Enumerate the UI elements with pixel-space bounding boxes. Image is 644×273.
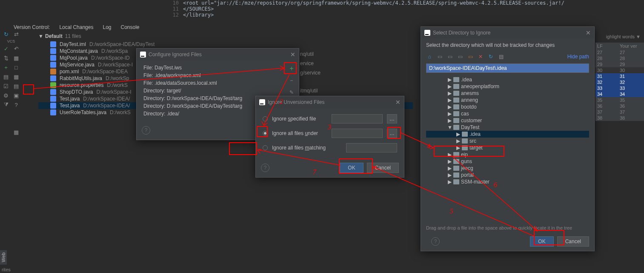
diff-line-row[interactable]: 3737 — [595, 109, 644, 115]
chevron-icon[interactable]: ▶ — [447, 172, 452, 178]
tab-local-changes[interactable]: Local Changes — [57, 23, 95, 31]
help-icon[interactable]: ? — [12, 101, 20, 109]
delete-icon[interactable]: ✕ — [477, 53, 484, 60]
tree-node[interactable]: ▶guns — [426, 158, 589, 165]
ignore-entry[interactable]: Directory: target/ — [142, 87, 294, 95]
chevron-icon[interactable]: ▶ — [447, 90, 452, 96]
diff-line-row[interactable]: 3131 — [595, 73, 644, 79]
tab-console[interactable]: Console — [119, 23, 141, 31]
chevron-icon[interactable]: ▶ — [447, 165, 452, 171]
add-entry-button[interactable]: + — [287, 64, 296, 73]
diff-line-row[interactable]: 3636 — [595, 103, 644, 109]
diff-line-row[interactable]: 3838 — [595, 115, 644, 121]
tree-node[interactable]: ▶eip — [426, 151, 589, 158]
tree-node[interactable]: ▶src — [426, 138, 589, 144]
diff-line-row[interactable]: 2929 — [595, 61, 644, 67]
add-icon[interactable]: + — [2, 63, 10, 72]
web-tool-tab[interactable]: Web — [0, 250, 7, 264]
diff-line-row[interactable]: 3535 — [595, 97, 644, 103]
chevron-icon[interactable]: ▼ — [447, 124, 452, 130]
ok-button[interactable]: OK — [530, 236, 553, 247]
directory-tree[interactable]: ▶.idea▶aneopenplatform▶anesms▶anneng▶boo… — [426, 76, 589, 222]
close-icon[interactable]: ✕ — [586, 29, 591, 36]
options-icon[interactable]: ☑ — [2, 82, 10, 90]
shelf-icon[interactable]: □ — [12, 63, 20, 72]
tree-node[interactable]: ▼DayTest — [426, 124, 589, 131]
browse-directory-button[interactable]: … — [387, 129, 397, 138]
tree-node[interactable]: ▶jeecg — [426, 165, 589, 172]
diff-line-row[interactable]: 3333 — [595, 85, 644, 91]
folder2-icon[interactable]: ▭ — [457, 53, 464, 60]
cancel-button[interactable]: Cancel — [367, 163, 399, 173]
commit-icon[interactable]: ✓ — [2, 44, 10, 53]
diff-line-row[interactable]: 3030 — [595, 67, 644, 73]
toggle-icon[interactable]: ⇄ — [12, 30, 20, 38]
ignore-entry[interactable]: File: .idea/dataSources.local.xml — [142, 79, 294, 87]
diff-icon[interactable]: ⇅ — [2, 54, 10, 62]
filter-icon[interactable]: ⧩ — [2, 101, 10, 109]
project-icon[interactable]: ▭ — [436, 53, 443, 60]
chevron-icon[interactable]: ▶ — [456, 138, 460, 144]
ignore-entry[interactable]: File: .idea/workspace.xml — [142, 72, 294, 79]
tree-node[interactable]: ▶target — [426, 144, 589, 151]
refresh-icon[interactable]: ↻ — [2, 30, 10, 38]
diff-line-row[interactable]: 2727 — [595, 49, 644, 55]
expand-icon[interactable]: ▤ — [2, 72, 10, 81]
chevron-icon[interactable]: ▶ — [447, 152, 452, 158]
new-folder-icon[interactable]: ▭ — [467, 53, 474, 60]
cancel-button[interactable]: Cancel — [557, 236, 589, 247]
tree-node[interactable]: ▶SSM-master — [426, 178, 589, 185]
tree-node[interactable]: ▶bootdo — [426, 103, 589, 110]
chevron-icon[interactable]: ▶ — [456, 131, 460, 137]
chevron-icon[interactable]: ▶ — [447, 77, 452, 83]
ok-button[interactable]: OK — [340, 163, 363, 173]
settings-icon[interactable]: ⚙ — [2, 91, 10, 100]
diff-line-row[interactable]: 3434 — [595, 91, 644, 97]
home-icon[interactable]: ⌂ — [426, 53, 433, 60]
group-icon[interactable]: ▦ — [12, 54, 20, 62]
directory-path-input[interactable] — [332, 129, 383, 138]
chevron-icon[interactable]: ▶ — [447, 111, 452, 117]
tab-log[interactable]: Log — [101, 23, 113, 31]
chevron-icon[interactable]: ▶ — [447, 97, 452, 103]
chevron-icon[interactable]: ▶ — [447, 179, 452, 185]
tree-node[interactable]: ▶cas — [426, 110, 589, 117]
show-hidden-icon[interactable]: ▤ — [498, 53, 504, 60]
file-path-input[interactable] — [332, 114, 383, 124]
preview-icon[interactable]: ▤ — [12, 82, 20, 90]
chevron-icon[interactable]: ▶ — [447, 104, 452, 110]
revert-icon[interactable]: ↶ — [12, 44, 20, 53]
chevron-icon[interactable]: ▶ — [447, 158, 452, 164]
diff-line-row[interactable]: 3232 — [595, 79, 644, 85]
help-icon[interactable]: ? — [142, 126, 150, 135]
tree-node[interactable]: ▶anesms — [426, 90, 589, 97]
diff-line-row[interactable]: 2828 — [595, 55, 644, 61]
radio-specified-file[interactable] — [263, 116, 268, 121]
folder-icon[interactable]: ▭ — [447, 53, 453, 60]
close-icon[interactable]: ✕ — [395, 99, 401, 106]
tree-node[interactable]: ▶.idea — [426, 76, 589, 83]
changelist-name[interactable]: Default — [45, 33, 63, 39]
browse-button[interactable]: … — [387, 114, 397, 124]
close-icon[interactable]: ✕ — [290, 51, 295, 58]
chevron-icon[interactable]: ▶ — [447, 83, 452, 89]
collapse-icon[interactable]: ▦ — [12, 72, 20, 81]
tree-node[interactable]: ▶.idea — [426, 131, 589, 138]
tree-node[interactable]: ▶customer — [426, 117, 589, 124]
hide-path-link[interactable]: Hide path — [567, 54, 589, 60]
ignore-entry[interactable]: File: DayTest.iws — [142, 64, 294, 72]
remove-entry-button[interactable]: − — [287, 76, 296, 85]
chevron-down-icon[interactable]: ▼ — [38, 33, 43, 39]
chevron-icon[interactable]: ▶ — [447, 118, 452, 124]
chevron-icon[interactable]: ▶ — [456, 145, 460, 151]
palette-icon[interactable]: ▦ — [12, 128, 20, 136]
pattern-input[interactable] — [346, 143, 397, 152]
path-field[interactable]: D:\workSpace-IDEA\DayTest\.idea — [426, 63, 589, 73]
tree-node[interactable]: ▶anneng — [426, 97, 589, 103]
tree-node[interactable]: ▶portal — [426, 172, 589, 178]
radio-matching[interactable] — [263, 145, 268, 150]
tree-node[interactable]: ▶aneopenplatform — [426, 83, 589, 90]
copy-icon[interactable]: ▣ — [12, 91, 20, 100]
refresh-icon[interactable]: ↻ — [487, 53, 494, 60]
help-icon[interactable]: ? — [431, 237, 440, 246]
